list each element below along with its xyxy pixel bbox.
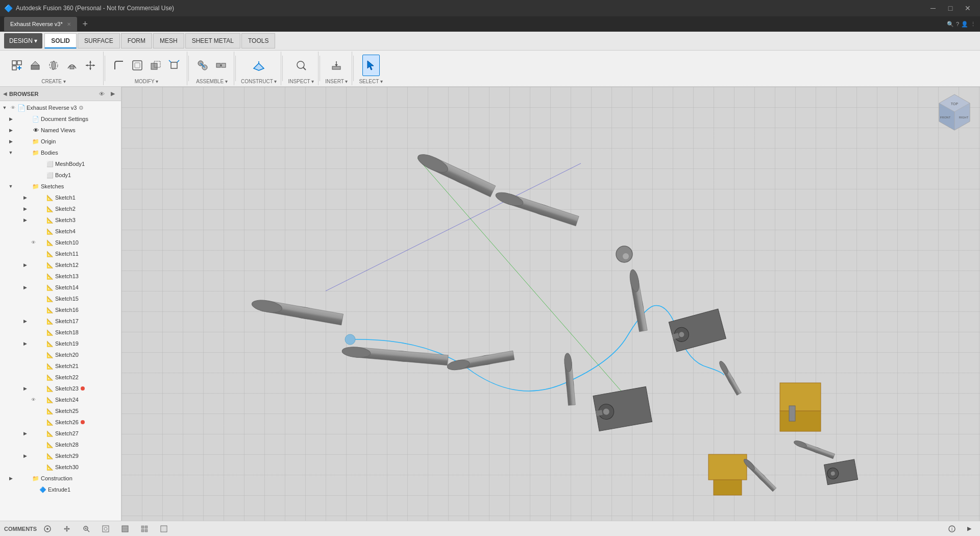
plane-button[interactable] bbox=[250, 55, 267, 76]
select-button[interactable] bbox=[362, 55, 380, 76]
display-mode-button[interactable] bbox=[116, 523, 134, 534]
close-button[interactable]: ✕ bbox=[960, 0, 976, 16]
tree-item[interactable]: ▶🔒📁Origin bbox=[0, 136, 121, 147]
expand-icon[interactable]: ▶ bbox=[21, 452, 29, 459]
tree-item[interactable]: ▶🔒📐Sketch1 bbox=[0, 192, 121, 203]
root-eye-icon[interactable]: 👁 bbox=[9, 104, 16, 111]
tree-item[interactable]: 👁🔒📐Sketch10 bbox=[0, 237, 121, 248]
tree-item[interactable]: ▶🔒📐Sketch3 bbox=[0, 214, 121, 226]
insert-button[interactable] bbox=[328, 55, 345, 76]
minimize-button[interactable]: ─ bbox=[925, 0, 941, 16]
revolve-button[interactable] bbox=[45, 55, 62, 76]
visibility-icon[interactable]: 👁 bbox=[30, 239, 37, 246]
design-dropdown-button[interactable]: DESIGN ▾ bbox=[4, 33, 42, 48]
tree-item[interactable]: 🔒📐Sketch30 bbox=[0, 461, 121, 473]
tree-item[interactable]: 🔒📐Sketch18 bbox=[0, 327, 121, 338]
browser-expand-button[interactable]: ▶ bbox=[108, 89, 118, 99]
expand-icon[interactable]: ▶ bbox=[7, 138, 14, 145]
expand-icon[interactable]: ▶ bbox=[21, 194, 29, 201]
expand-icon[interactable]: ▶ bbox=[21, 216, 29, 224]
nav-pan-button[interactable] bbox=[58, 523, 76, 534]
nav-orbit-button[interactable] bbox=[39, 523, 56, 534]
tree-item[interactable]: 🔒📐Sketch22 bbox=[0, 372, 121, 383]
tab-help-icon[interactable]: ? bbox=[956, 21, 959, 27]
tab-exhaust-reverse[interactable]: Exhaust Reverse v3* ✕ bbox=[4, 17, 77, 31]
tab-surface[interactable]: SURFACE bbox=[78, 33, 120, 48]
expand-icon[interactable]: ▶ bbox=[21, 318, 29, 325]
tab-sheet-metal[interactable]: SHEET METAL bbox=[185, 33, 240, 48]
tab-account-icon[interactable]: 👤 bbox=[961, 21, 968, 28]
expand-icon[interactable]: ▶ bbox=[7, 475, 14, 482]
expand-icon[interactable]: ▶ bbox=[21, 205, 29, 212]
tree-item[interactable]: ▶🔒📄Document Settings bbox=[0, 113, 121, 125]
tree-item[interactable]: ▶🔒📐Sketch29 bbox=[0, 450, 121, 461]
sweep-button[interactable] bbox=[63, 55, 81, 76]
canvas-area[interactable]: TOP RIGHT FRONT bbox=[121, 87, 980, 521]
tree-item[interactable]: 🔒📐Sketch28 bbox=[0, 439, 121, 450]
viewcube[interactable]: TOP RIGHT FRONT bbox=[934, 92, 975, 133]
expand-icon[interactable]: ▶ bbox=[7, 115, 14, 123]
tree-item[interactable]: ▶🔒📐Sketch2 bbox=[0, 203, 121, 214]
tree-item[interactable]: 🔒📐Sketch26 bbox=[0, 417, 121, 428]
expand-icon[interactable]: ▶ bbox=[21, 261, 29, 269]
new-component-button[interactable] bbox=[8, 55, 26, 76]
tree-item[interactable]: 👁🔒📐Sketch24 bbox=[0, 394, 121, 405]
tab-close-icon[interactable]: ✕ bbox=[67, 21, 71, 27]
extrude-button[interactable] bbox=[27, 55, 44, 76]
tab-search-icon[interactable]: 🔍 bbox=[947, 21, 954, 28]
shell-button[interactable] bbox=[129, 55, 146, 76]
tree-item[interactable]: 🔒📐Sketch16 bbox=[0, 304, 121, 315]
tree-item[interactable]: 🔒📐Sketch21 bbox=[0, 360, 121, 372]
tree-item[interactable]: 🔒📐Sketch15 bbox=[0, 293, 121, 304]
tab-menu-icon[interactable]: ⋮ bbox=[970, 21, 976, 28]
browser-collapse-button[interactable]: ◀ bbox=[3, 91, 7, 96]
tree-item[interactable]: 🔒📐Sketch20 bbox=[0, 349, 121, 360]
visual-style-button[interactable] bbox=[155, 523, 173, 534]
root-settings-icon[interactable]: ⚙ bbox=[79, 105, 84, 111]
tab-mesh[interactable]: MESH bbox=[153, 33, 184, 48]
scale-button[interactable] bbox=[165, 55, 183, 76]
expand-icon[interactable]: ▶ bbox=[21, 385, 29, 392]
tree-item[interactable]: 🔒⬜MeshBody1 bbox=[0, 158, 121, 169]
browser-eye-button[interactable]: 👁 bbox=[96, 89, 107, 99]
maximize-button[interactable]: □ bbox=[942, 0, 959, 16]
tree-item[interactable]: ▼🔒📁Sketches bbox=[0, 181, 121, 192]
tree-item[interactable]: ▶🔒📐Sketch23 bbox=[0, 383, 121, 394]
root-expand-icon[interactable]: ▼ bbox=[1, 104, 8, 111]
expand-icon[interactable]: ▶ bbox=[21, 430, 29, 437]
tree-item[interactable]: ▶🔒📐Sketch14 bbox=[0, 282, 121, 293]
joint-button[interactable] bbox=[194, 55, 211, 76]
move-button[interactable] bbox=[82, 55, 99, 76]
tab-tools[interactable]: TOOLS bbox=[241, 33, 275, 48]
zoom-button[interactable] bbox=[78, 523, 95, 534]
tree-item[interactable]: 🔒📐Sketch13 bbox=[0, 271, 121, 282]
fit-button[interactable] bbox=[97, 523, 114, 534]
expand-icon[interactable]: ▶ bbox=[7, 127, 14, 134]
tab-solid[interactable]: SOLID bbox=[44, 33, 77, 48]
tree-item[interactable]: ▶🔒📁Construction bbox=[0, 473, 121, 484]
visibility-icon[interactable]: 👁 bbox=[30, 396, 37, 403]
tree-item[interactable]: ▶🔒📐Sketch27 bbox=[0, 428, 121, 439]
tree-item[interactable]: ▶🔒📐Sketch19 bbox=[0, 338, 121, 349]
fillet-button[interactable] bbox=[110, 55, 128, 76]
tree-item[interactable]: ▼🔒📁Bodies bbox=[0, 147, 121, 158]
tree-item[interactable]: ▶🔒📐Sketch12 bbox=[0, 259, 121, 271]
tab-form[interactable]: FORM bbox=[121, 33, 152, 48]
measure-button[interactable] bbox=[292, 55, 310, 76]
tree-item[interactable]: 🔒📐Sketch11 bbox=[0, 248, 121, 259]
rigid-group-button[interactable] bbox=[212, 55, 230, 76]
tree-item[interactable]: 🔒📐Sketch25 bbox=[0, 405, 121, 417]
expand-panel-button[interactable]: ▶ bbox=[963, 523, 976, 534]
new-tab-button[interactable]: + bbox=[79, 18, 91, 30]
expand-icon[interactable]: ▶ bbox=[21, 284, 29, 291]
tree-item[interactable]: ▶🔒👁Named Views bbox=[0, 125, 121, 136]
notifications-button[interactable]: i bbox=[943, 523, 961, 534]
combine-button[interactable] bbox=[147, 55, 164, 76]
tree-item[interactable]: 🔒📐Sketch4 bbox=[0, 226, 121, 237]
grid-display-button[interactable] bbox=[136, 523, 153, 534]
expand-icon[interactable]: ▶ bbox=[21, 340, 29, 347]
tree-item[interactable]: 🔒🔷Extrude1 bbox=[0, 484, 121, 495]
tree-root[interactable]: ▼ 👁 📄 Exhaust Reverse v3 ⚙ bbox=[0, 102, 121, 113]
tree-item[interactable]: ▶🔒📐Sketch17 bbox=[0, 315, 121, 327]
tree-item[interactable]: 🔒⬜Body1 bbox=[0, 169, 121, 181]
